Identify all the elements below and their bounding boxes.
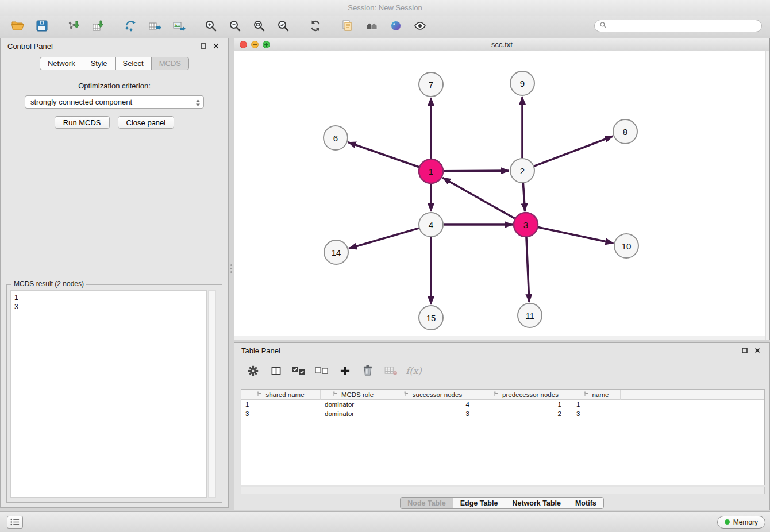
table-tab-motifs[interactable]: Motifs — [568, 497, 604, 509]
column-header-name[interactable]: name — [572, 390, 621, 400]
control-panel: Control Panel NetworkStyleSelectMCDS Opt… — [0, 38, 229, 508]
control-panel-tab-network[interactable]: Network — [40, 57, 83, 70]
share-network-icon[interactable] — [118, 17, 143, 34]
zoom-selected-icon[interactable] — [271, 17, 295, 34]
network-horizontal-scrollbar[interactable] — [234, 336, 765, 340]
float-table-panel-icon[interactable] — [740, 346, 750, 355]
table-cell[interactable]: 1 — [241, 400, 321, 409]
mcds-result-text[interactable]: 13 — [10, 290, 207, 498]
style-icon[interactable] — [384, 17, 408, 34]
table-row[interactable]: 1dominator411 — [241, 400, 764, 409]
network-overview-icon[interactable] — [360, 17, 384, 34]
optimization-criterion-label: Optimization criterion: — [1, 82, 228, 90]
close-panel-icon[interactable] — [211, 41, 221, 51]
table-cell[interactable]: dominator — [321, 409, 386, 418]
add-column-icon[interactable] — [334, 361, 355, 380]
import-table-icon[interactable] — [86, 17, 110, 34]
result-line: 1 — [14, 293, 203, 302]
graph-edge-2-8[interactable] — [534, 136, 613, 166]
window-minimize-icon[interactable] — [251, 41, 259, 48]
table-cell[interactable]: 3 — [241, 409, 321, 418]
criterion-dropdown[interactable]: strongly connected component — [25, 95, 204, 109]
zoom-fit-icon[interactable] — [247, 17, 271, 34]
fx-label: f(x) — [406, 365, 421, 376]
column-sort-icon — [333, 391, 339, 399]
network-view-window: scc.txt 7968124314101511 — [234, 38, 770, 340]
table-cell[interactable]: dominator — [321, 400, 386, 409]
task-history-icon[interactable] — [7, 516, 23, 529]
table-panel: Table Panel — [234, 342, 770, 510]
result-scrollbar[interactable] — [208, 290, 216, 498]
table-tab-edge-table[interactable]: Edge Table — [453, 497, 506, 509]
zoom-in-icon[interactable] — [199, 17, 223, 34]
select-all-icon[interactable] — [288, 361, 309, 380]
delete-column-icon[interactable] — [357, 361, 378, 380]
zoom-out-icon[interactable] — [223, 17, 247, 34]
network-window-title: scc.txt — [491, 40, 513, 49]
node-table: shared nameMCDS rolesuccessor nodesprede… — [241, 389, 765, 485]
titlebar[interactable]: Session: New Session — [0, 0, 770, 16]
table-cell[interactable]: 4 — [386, 400, 480, 409]
run-mcds-button[interactable]: Run MCDS — [55, 116, 110, 129]
table-cell[interactable]: 2 — [480, 409, 572, 418]
graph-edge-3-11[interactable] — [526, 237, 529, 302]
export-table-icon[interactable] — [143, 17, 167, 34]
table-horizontal-scrollbar[interactable] — [241, 487, 765, 494]
memory-button[interactable]: Memory — [717, 516, 765, 529]
import-network-icon[interactable] — [62, 17, 86, 34]
dropdown-stepper-icon — [195, 98, 201, 110]
graph-edge-4-14[interactable] — [349, 228, 419, 248]
copy-document-icon[interactable] — [336, 17, 360, 34]
close-table-panel-icon[interactable] — [752, 346, 763, 355]
network-window-titlebar[interactable]: scc.txt — [234, 38, 769, 51]
search-input[interactable] — [594, 20, 762, 32]
graph-node-label: 3 — [523, 220, 528, 230]
gear-icon[interactable] — [242, 361, 263, 380]
open-folder-icon[interactable] — [6, 17, 30, 34]
window-close-icon[interactable] — [240, 41, 247, 48]
column-header-predecessor-nodes[interactable]: predecessor nodes — [480, 390, 572, 400]
control-panel-tab-style[interactable]: Style — [83, 57, 116, 70]
table-tab-network-table[interactable]: Network Table — [505, 497, 568, 509]
show-columns-icon[interactable] — [265, 361, 286, 380]
save-icon[interactable] — [30, 17, 54, 34]
column-header-shared-name[interactable]: shared name — [241, 390, 321, 400]
graph-node-label: 11 — [525, 311, 534, 321]
graph-edge-1-2[interactable] — [444, 171, 509, 171]
table-row[interactable]: 3dominator323 — [241, 409, 764, 418]
function-builder-icon-disabled: f(x) — [403, 361, 424, 380]
float-panel-icon[interactable] — [198, 41, 209, 51]
table-toolbar: f(x) — [242, 358, 424, 383]
export-image-icon[interactable] — [167, 17, 191, 34]
column-sort-icon — [404, 391, 410, 399]
graph-node-label: 14 — [332, 248, 341, 257]
control-panel-tab-select[interactable]: Select — [115, 57, 152, 70]
deselect-all-icon[interactable] — [311, 361, 332, 380]
control-panel-tab-mcds[interactable]: MCDS — [151, 57, 189, 70]
graph-edge-3-10[interactable] — [538, 228, 614, 244]
window-zoom-icon[interactable] — [263, 41, 270, 48]
column-header-successor-nodes[interactable]: successor nodes — [386, 390, 480, 400]
show-details-eye-icon[interactable] — [408, 17, 432, 34]
table-tab-node-table[interactable]: Node Table — [400, 497, 453, 509]
column-header-MCDS-role[interactable]: MCDS role — [321, 390, 386, 400]
panel-splitter[interactable] — [229, 38, 234, 508]
graph-node-label: 15 — [426, 313, 436, 323]
table-cell[interactable]: 3 — [386, 409, 480, 418]
window-title: Session: New Session — [348, 3, 422, 12]
search-icon — [599, 21, 607, 30]
network-vertical-scrollbar[interactable] — [765, 51, 769, 340]
graph-edge-1-6[interactable] — [348, 142, 419, 167]
network-canvas[interactable]: 7968124314101511 — [234, 51, 769, 340]
table-cell[interactable]: 1 — [480, 400, 572, 409]
refresh-icon[interactable] — [303, 17, 328, 34]
search-text-field[interactable] — [610, 22, 757, 30]
close-panel-button[interactable]: Close panel — [118, 116, 175, 129]
graph-edge-2-3[interactable] — [523, 183, 525, 211]
graph-edge-3-1[interactable] — [442, 178, 515, 218]
control-panel-tabs: NetworkStyleSelectMCDS — [1, 57, 228, 70]
table-cell[interactable]: 3 — [572, 409, 621, 418]
table-cell[interactable]: 1 — [572, 400, 621, 409]
application-window: Session: New Session — [0, 0, 770, 532]
network-graph[interactable]: 7968124314101511 — [234, 51, 769, 340]
